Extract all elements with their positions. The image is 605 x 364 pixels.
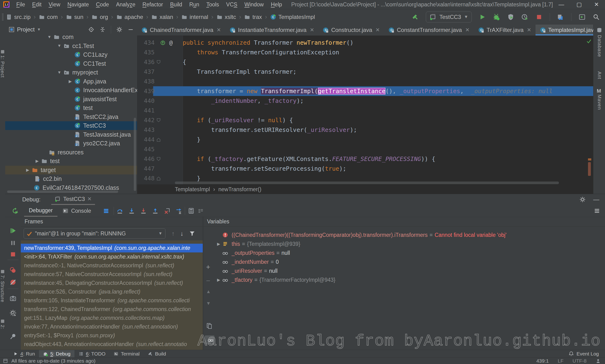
toolwindow-button-terminal[interactable]: Terminal bbox=[109, 350, 143, 358]
tree-item-target[interactable]: ▶target bbox=[5, 166, 137, 174]
code-line-446[interactable]: 446 if (_tfactory.getFeature(XMLConstant… bbox=[137, 154, 593, 164]
maximize-button[interactable]: ▢ bbox=[576, 1, 582, 8]
frame-down-button[interactable]: ↓ bbox=[180, 230, 183, 237]
event-log-button[interactable]: Event Log bbox=[568, 351, 605, 357]
menu-window[interactable]: Window bbox=[241, 1, 267, 8]
code-text[interactable]: if (_tfactory.getFeature(XMLConstants.FE… bbox=[183, 156, 435, 162]
stripe-button-maven[interactable]: Maven bbox=[596, 94, 602, 110]
tree-item-yso2cc2-java[interactable]: Jyso2CC2.java bbox=[5, 139, 137, 148]
gear-icon[interactable] bbox=[579, 196, 586, 203]
line-number[interactable]: 434 bbox=[137, 39, 154, 46]
tree-scrollbar-h[interactable] bbox=[7, 191, 118, 193]
tab-debugger[interactable]: Debugger bbox=[24, 205, 57, 217]
tab-console[interactable]: Console bbox=[57, 205, 96, 217]
stack-frame[interactable]: entrySet:-1, $Proxy1(com.sun.proxy) bbox=[21, 331, 203, 340]
tree-item-testcc2-java[interactable]: JTestCC2.java bbox=[5, 113, 137, 121]
code-line-434[interactable]: 434@public synchronized Transformer newT… bbox=[137, 38, 593, 48]
run-anything-icon[interactable] bbox=[579, 13, 586, 21]
fold-region-start-icon[interactable] bbox=[156, 60, 161, 65]
override-marker-icon[interactable] bbox=[160, 40, 166, 45]
close-icon[interactable]: ✕ bbox=[527, 27, 531, 33]
coverage-icon[interactable] bbox=[507, 13, 514, 21]
tree-item-test[interactable]: Ctest bbox=[5, 104, 137, 112]
code-text[interactable]: public synchronized Transformer newTrans… bbox=[183, 39, 353, 46]
line-number[interactable]: 438 bbox=[137, 78, 154, 85]
code-line-443[interactable]: 443 transformer.setURIResolver(_uriResol… bbox=[137, 125, 593, 135]
tree-item-invocationhandlerexamp[interactable]: CInvocationHandlerExamp bbox=[5, 86, 137, 94]
tree-open-arrow-icon[interactable]: ▼ bbox=[55, 43, 63, 48]
editor-breadcrumb-item[interactable]: newTransformer() bbox=[218, 186, 261, 193]
stripe-button-favorites[interactable]: 2: Favorites bbox=[0, 325, 5, 350]
expand-arrow-icon[interactable]: ▶ bbox=[215, 242, 222, 247]
editor-tab-constructor-java[interactable]: CConstructor.java✕ bbox=[318, 25, 384, 36]
profiler-icon[interactable] bbox=[521, 13, 528, 21]
tree-item-cc1-test[interactable]: ▼cc1.Test bbox=[5, 42, 137, 50]
tree-item-javassisttest[interactable]: CjavassistTest bbox=[5, 95, 137, 104]
code-line-444[interactable]: 444 } bbox=[137, 135, 593, 144]
menu-analyze[interactable]: Analyze bbox=[113, 1, 139, 8]
close-icon[interactable]: ✕ bbox=[310, 27, 314, 33]
editor-tab-traxfilter-java[interactable]: CTrAXFilter.java✕ bbox=[474, 25, 536, 36]
pause-icon[interactable] bbox=[10, 239, 16, 247]
close-icon[interactable]: ✕ bbox=[465, 27, 469, 33]
step-over-icon[interactable] bbox=[116, 208, 123, 214]
toolwindow-button-todo[interactable]: 6: TODO bbox=[75, 350, 109, 358]
layout-icon[interactable] bbox=[103, 208, 109, 214]
stack-frame[interactable]: newTransformer:439, TemplatesImpl(com.su… bbox=[21, 244, 203, 252]
tree-item-cc1test[interactable]: CCC1Test bbox=[5, 59, 137, 68]
breadcrumb-item-sun[interactable]: sun bbox=[66, 14, 83, 20]
copy-icon[interactable] bbox=[206, 323, 212, 329]
variable-row[interactable]: _uriResolver=null bbox=[215, 266, 605, 275]
hector-icon[interactable] bbox=[595, 358, 601, 364]
line-number[interactable]: 443 bbox=[137, 127, 154, 133]
evaluate-expression-icon[interactable] bbox=[188, 208, 194, 214]
stop-process-icon[interactable] bbox=[10, 251, 16, 258]
tree-item-cc2-bin[interactable]: ?cc2.bin bbox=[5, 174, 137, 183]
pin-tab-icon[interactable] bbox=[10, 333, 16, 340]
stack-frame[interactable]: invoke:77, AnnotationInvocationHandler(s… bbox=[21, 322, 203, 331]
step-out-icon[interactable] bbox=[152, 208, 159, 214]
collapse-all-icon[interactable] bbox=[100, 26, 106, 33]
stripe-button-structure[interactable]: 7: Structure bbox=[0, 275, 5, 302]
tree-closed-arrow-icon[interactable]: ▶ bbox=[33, 159, 41, 164]
breadcrumb-item-trax[interactable]: trax bbox=[244, 14, 262, 20]
show-watches-toggle[interactable] bbox=[205, 335, 215, 344]
project-panel-title[interactable]: Project bbox=[17, 26, 35, 33]
code-line-439[interactable]: 439 transformer = new TransformerImpl(ge… bbox=[137, 86, 593, 96]
hide-icon[interactable] bbox=[128, 26, 134, 33]
menu-build[interactable]: Build bbox=[167, 1, 186, 8]
code-line-437[interactable]: 437 TransformerImpl transformer; bbox=[137, 67, 593, 77]
run-config-combo[interactable]: TestCC3▼ bbox=[426, 12, 472, 23]
close-icon[interactable]: ✕ bbox=[375, 27, 380, 33]
close-button[interactable]: ✕ bbox=[594, 1, 599, 8]
stack-frame[interactable]: get:151, LazyMap(org.apache.commons.coll… bbox=[21, 314, 203, 322]
line-number[interactable]: 440 bbox=[137, 97, 154, 104]
code-text[interactable]: TransformerImpl transformer; bbox=[183, 68, 296, 75]
expand-arrow-icon[interactable]: ▶ bbox=[215, 277, 222, 283]
menu-edit[interactable]: Edit bbox=[29, 1, 45, 8]
code-line-447[interactable]: 447 transformer.setSecureProcessing(true… bbox=[137, 164, 593, 173]
move-up-button[interactable]: ▲ bbox=[206, 289, 211, 294]
code-text[interactable]: transformer = new TransformerImpl(getTra… bbox=[183, 88, 553, 94]
remove-watch-button[interactable]: − bbox=[206, 277, 210, 284]
tree-open-arrow-icon[interactable]: ▼ bbox=[55, 70, 63, 75]
variable-row[interactable]: ((ChainedTransformer)((TransformingCompa… bbox=[215, 231, 605, 239]
scrollbar-thumb[interactable] bbox=[588, 162, 591, 176]
editor-tab-chainedtransformer-java[interactable]: CChainedTransformer.java✕ bbox=[137, 25, 225, 36]
add-watch-button[interactable]: + bbox=[206, 263, 210, 271]
menu-tools[interactable]: Tools bbox=[203, 1, 223, 8]
stripe-button-project[interactable]: 1: Project bbox=[0, 55, 5, 78]
menu-view[interactable]: View bbox=[45, 1, 64, 8]
tree-item-test[interactable]: ▶test bbox=[5, 157, 137, 166]
variable-row[interactable]: ▶this={TemplatesImpl@939} bbox=[215, 239, 605, 248]
line-number[interactable]: 442 bbox=[137, 117, 154, 124]
fold-region-start-icon[interactable] bbox=[156, 118, 161, 123]
menu-help[interactable]: Help bbox=[267, 1, 285, 8]
move-down-button[interactable]: ▼ bbox=[206, 301, 211, 306]
tree-scrollbar-v[interactable] bbox=[134, 118, 136, 191]
breadcrumb-item-internal[interactable]: internal bbox=[181, 14, 208, 20]
code-editor[interactable]: 434@public synchronized Transformer newT… bbox=[137, 36, 593, 184]
maven-icon[interactable]: M bbox=[597, 88, 601, 94]
variable-row[interactable]: _indentNumber=0 bbox=[215, 257, 605, 266]
debug-session-tab[interactable]: TestCC3 ✕ bbox=[51, 194, 95, 205]
